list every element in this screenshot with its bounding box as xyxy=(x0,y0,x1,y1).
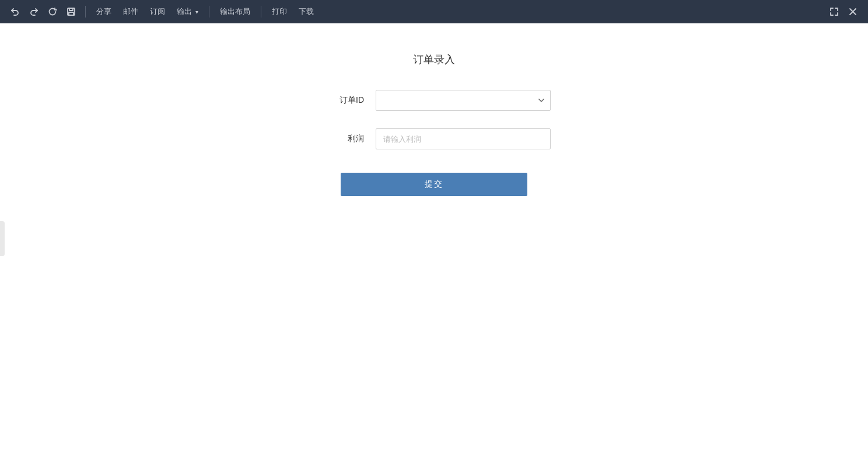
undo-button[interactable] xyxy=(7,5,23,19)
separator-1 xyxy=(85,6,86,18)
refresh-button[interactable] xyxy=(44,5,61,19)
form-container: 订单录入 订单ID 利润 提交 xyxy=(317,53,551,196)
chevron-down-icon: ▾ xyxy=(195,9,198,15)
form-title: 订单录入 xyxy=(413,53,455,67)
layout-button[interactable]: 输出布局 xyxy=(215,4,255,19)
separator-3 xyxy=(261,6,261,18)
svg-rect-1 xyxy=(69,8,73,11)
profit-row: 利润 xyxy=(317,128,551,149)
order-id-label: 订单ID xyxy=(317,95,364,106)
share-button[interactable]: 分享 xyxy=(92,4,116,19)
submit-button[interactable]: 提交 xyxy=(341,173,527,196)
svg-rect-2 xyxy=(69,12,74,15)
order-id-select[interactable] xyxy=(376,90,551,111)
print-button[interactable]: 打印 xyxy=(267,4,292,19)
separator-2 xyxy=(209,6,209,18)
profit-input[interactable] xyxy=(376,128,551,149)
fullscreen-button[interactable] xyxy=(826,5,842,19)
export-button[interactable]: 输出 ▾ xyxy=(172,4,203,19)
subscribe-button[interactable]: 订阅 xyxy=(145,4,170,19)
order-id-row: 订单ID xyxy=(317,90,551,111)
mail-button[interactable]: 邮件 xyxy=(118,4,143,19)
save-button[interactable] xyxy=(63,5,79,19)
toolbar-right xyxy=(826,5,861,19)
close-button[interactable] xyxy=(845,5,861,19)
main-content: 订单录入 订单ID 利润 提交 xyxy=(0,23,868,454)
toolbar: 分享 邮件 订阅 输出 ▾ 输出布局 打印 下载 xyxy=(0,0,868,23)
download-button[interactable]: 下载 xyxy=(294,4,318,19)
profit-label: 利润 xyxy=(317,134,364,144)
redo-button[interactable] xyxy=(26,5,42,19)
left-panel-hint xyxy=(0,221,5,256)
